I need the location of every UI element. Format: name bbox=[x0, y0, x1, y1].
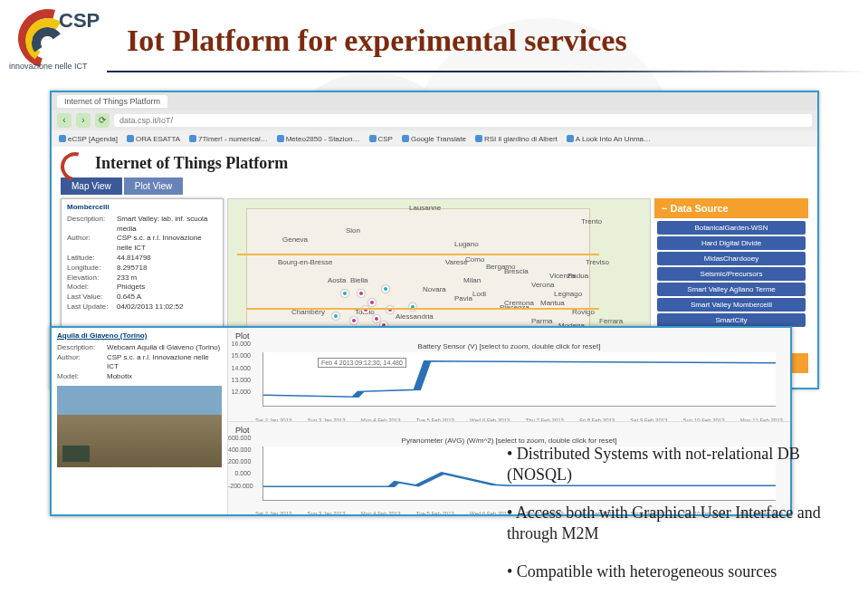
bookmark-item[interactable]: Google Translate bbox=[402, 135, 466, 143]
datasource-item[interactable]: Seismic/Precursors bbox=[657, 267, 806, 281]
bookmark-icon bbox=[277, 135, 284, 142]
bookmark-icon bbox=[189, 135, 196, 142]
value-description: Webcam Aquila di Giaveno (Torino) bbox=[107, 343, 222, 353]
header-underline bbox=[107, 71, 868, 72]
bookmark-item[interactable]: Meteo2850 - Stazion… bbox=[277, 135, 360, 143]
plot-label: Plot bbox=[235, 331, 783, 341]
map-city-label: Cremona bbox=[504, 299, 534, 307]
bookmark-icon bbox=[127, 135, 134, 142]
map-marker[interactable] bbox=[382, 285, 389, 293]
map-city-label: Verona bbox=[531, 281, 554, 289]
value-model: Phidgets bbox=[117, 283, 217, 293]
value-latitude: 44.814798 bbox=[117, 254, 217, 264]
plot-canvas[interactable]: Feb 4 2013 09:12:30, 14.480 bbox=[262, 352, 776, 407]
popup-title: Mombercelli bbox=[67, 203, 217, 213]
map-city-label: Lodi bbox=[472, 290, 486, 298]
tick-label: Wed 6 Feb 2013 bbox=[470, 511, 510, 516]
label-longitude: Longitude: bbox=[67, 264, 117, 273]
tick-label: 12.000 bbox=[228, 389, 251, 395]
page-logo-row: Internet of Things Platform bbox=[61, 152, 808, 174]
map-marker[interactable] bbox=[368, 299, 376, 306]
map-marker[interactable] bbox=[373, 315, 380, 322]
map-city-label: Milan bbox=[463, 276, 481, 284]
plot-label: Plot bbox=[235, 426, 783, 435]
value-model: Mobotix bbox=[107, 372, 222, 382]
label-elevation: Elevation: bbox=[67, 273, 117, 283]
map-city-label: Ferrara bbox=[599, 317, 623, 325]
map-city-label: Trento bbox=[581, 217, 602, 225]
tick-label: 15.000 bbox=[228, 352, 251, 359]
plot-battery[interactable]: Plot Battery Sensor (V) [select to zoom,… bbox=[228, 328, 790, 421]
map-city-label: Alessandria bbox=[396, 312, 434, 321]
logo-tagline: innovazione nelle ICT bbox=[9, 62, 88, 71]
label-description: Description: bbox=[57, 343, 107, 353]
bookmark-item[interactable]: eCSP [Agenda] bbox=[59, 135, 118, 143]
reload-button[interactable]: ⟳ bbox=[95, 113, 110, 128]
map-city-label: Bourg-en-Bresse bbox=[278, 258, 332, 266]
forward-button[interactable]: › bbox=[76, 113, 91, 128]
address-bar: ‹ › ⟳ data.csp.it/IoT/ bbox=[52, 110, 817, 130]
map-city-label: Brescia bbox=[504, 267, 529, 275]
tab-plot-view[interactable]: Plot View bbox=[124, 177, 184, 195]
datasource-item[interactable]: SmartCity bbox=[657, 313, 806, 327]
map-marker[interactable] bbox=[341, 290, 348, 297]
label-last-update: Last Update: bbox=[67, 302, 117, 312]
value-last-update: 04/02/2013 11:02:52 bbox=[117, 302, 217, 312]
page-title: Internet of Things Platform bbox=[95, 154, 288, 173]
map-city-label: Legnago bbox=[554, 290, 582, 298]
logo-text: CSP bbox=[59, 9, 100, 33]
map-marker[interactable] bbox=[350, 317, 358, 324]
map-city-label: Geneva bbox=[282, 235, 308, 244]
bookmark-icon bbox=[567, 135, 574, 142]
url-input[interactable]: data.csp.it/IoT/ bbox=[114, 114, 812, 127]
datasource-item[interactable]: BotanicalGarden-WSN bbox=[657, 221, 806, 235]
map-city-label: Aosta bbox=[328, 276, 346, 284]
slide-title: Iot Platform for experimental services bbox=[127, 24, 627, 58]
bookmark-icon bbox=[402, 135, 409, 142]
tick-label: 14.000 bbox=[228, 365, 251, 371]
bookmark-item[interactable]: RSI il giardino di Albert bbox=[475, 135, 558, 143]
map-highway bbox=[246, 308, 599, 310]
map-city-label: Vicenza bbox=[549, 272, 575, 280]
bookmark-icon bbox=[475, 135, 482, 142]
tick-label: -200.000 bbox=[228, 483, 251, 489]
value-last-value: 0.645 A bbox=[117, 293, 217, 302]
bookmark-item[interactable]: 7Timer! - numerical… bbox=[189, 135, 268, 143]
slide-header: CSP innovazione nelle ICT Iot Platform f… bbox=[0, 0, 868, 72]
bookmark-icon bbox=[59, 135, 66, 142]
tick-label: 400.000 bbox=[228, 446, 251, 453]
webcam-image bbox=[57, 386, 222, 467]
plot-tooltip: Feb 4 2013 09:12:30, 14.480 bbox=[318, 358, 406, 368]
map-city-label: Parma bbox=[531, 317, 553, 325]
webcam-title[interactable]: Aquila di Giaveno (Torino) bbox=[57, 331, 222, 341]
tick-label: 13.000 bbox=[228, 377, 251, 383]
bookmark-item[interactable]: A Look Into An Unma… bbox=[567, 135, 651, 143]
back-button[interactable]: ‹ bbox=[57, 113, 72, 128]
bullet-list: Distributed Systems with not-relational … bbox=[507, 444, 851, 599]
bookmarks-bar[interactable]: eCSP [Agenda]ORA ESATTA7Timer! - numeric… bbox=[52, 130, 817, 147]
tick-label: 16.000 bbox=[228, 341, 251, 347]
tick-label: Tue 5 Feb 2013 bbox=[416, 511, 454, 516]
label-model: Model: bbox=[67, 283, 117, 293]
tick-label: Sat 2 Jan 2013 bbox=[255, 511, 291, 516]
bookmark-item[interactable]: ORA ESATTA bbox=[127, 135, 180, 143]
map-marker[interactable] bbox=[358, 290, 365, 297]
bookmark-item[interactable]: CSP bbox=[369, 135, 393, 143]
datasource-item[interactable]: Hard Digital Divide bbox=[657, 236, 806, 250]
datasource-item[interactable]: MidasChardooey bbox=[657, 252, 806, 265]
datasource-item[interactable]: Smart Valley Agliano Terme bbox=[657, 283, 806, 296]
browser-tab[interactable]: Internet of Things Platform bbox=[57, 95, 167, 108]
value-author: CSP s.c. a r.l. Innovazione nelle ICT bbox=[117, 234, 217, 254]
bullet-item: Access both with Graphical User Interfac… bbox=[507, 503, 851, 545]
map-marker[interactable] bbox=[332, 312, 339, 320]
y-axis-ticks: 16.00015.00014.00013.00012.000 bbox=[228, 341, 253, 395]
label-description: Description: bbox=[67, 215, 117, 235]
browser-tabstrip[interactable]: Internet of Things Platform bbox=[52, 92, 817, 110]
map-city-label: Lausanne bbox=[409, 204, 441, 212]
datasource-header[interactable]: − Data Source bbox=[654, 198, 808, 218]
datasource-item[interactable]: Smart Valley Mombercelli bbox=[657, 298, 806, 312]
tick-label: Mon 4 Feb 2013 bbox=[361, 511, 401, 516]
map-city-label: Lugano bbox=[454, 240, 479, 248]
csp-logo: CSP innovazione nelle ICT bbox=[9, 9, 104, 72]
plot-title: Battery Sensor (V) [select to zoom, doub… bbox=[235, 342, 783, 350]
